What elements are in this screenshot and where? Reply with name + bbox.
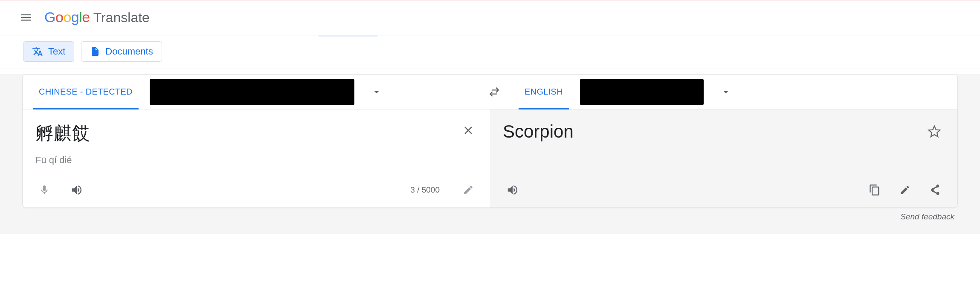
save-translation-button[interactable] [924,121,945,142]
target-pane: Scorpion [490,109,957,207]
document-icon [90,46,100,57]
translate-icon [32,46,43,57]
star-icon [928,125,941,138]
handwriting-button[interactable] [459,181,477,199]
mode-tab-text-label: Text [48,46,65,57]
ghost-tabs [318,35,378,37]
pencil-icon [899,184,910,196]
listen-target-button[interactable] [503,180,522,200]
clear-input-button[interactable] [459,121,477,139]
listen-source-button[interactable] [67,180,87,200]
source-lang-side: CHINESE - DETECTED [23,75,472,109]
chevron-down-icon [720,86,731,98]
suggest-edit-button[interactable] [896,181,914,199]
target-lang-dropdown[interactable] [712,78,739,106]
copy-translation-button[interactable] [865,181,884,199]
mode-tab-text[interactable]: Text [23,41,74,62]
share-button[interactable] [926,181,945,199]
source-transliteration: Fū qí dié [35,155,477,166]
pencil-icon [463,184,474,196]
copy-icon [869,184,881,196]
speaker-icon [506,184,519,196]
source-lang-dropdown[interactable] [363,78,390,106]
source-text[interactable]: 孵麒餀 [35,121,90,145]
mode-tab-documents[interactable]: Documents [81,41,162,62]
menu-icon[interactable] [20,11,32,24]
voice-input-button[interactable] [35,181,53,199]
source-lang-detected[interactable]: CHINESE - DETECTED [30,75,141,109]
translate-card: CHINESE - DETECTED ENGLISH [22,74,958,208]
target-text: Scorpion [503,121,574,142]
target-lang-english[interactable]: ENGLISH [516,75,571,109]
share-icon [929,184,941,196]
language-bar: CHINESE - DETECTED ENGLISH [23,75,957,109]
source-pane: 孵麒餀 Fū qí dié [23,109,490,207]
product-name: Translate [93,10,150,26]
target-lang-side: ENGLISH [508,75,957,109]
chevron-down-icon [371,86,382,98]
redacted-source-langs [150,79,354,105]
swap-languages-button[interactable] [481,78,508,106]
redacted-target-langs [580,79,704,105]
char-count: 3 / 5000 [410,185,440,195]
mode-tabs-row: Text Documents [0,35,980,69]
send-feedback-link[interactable]: Send feedback [0,208,980,234]
swap-icon [488,86,500,98]
google-translate-logo[interactable]: Google Translate [44,9,150,26]
mode-tab-documents-label: Documents [105,46,153,57]
top-bar: Google Translate [0,1,980,35]
mic-icon [39,184,50,196]
close-icon [462,124,475,137]
speaker-icon [70,184,83,196]
